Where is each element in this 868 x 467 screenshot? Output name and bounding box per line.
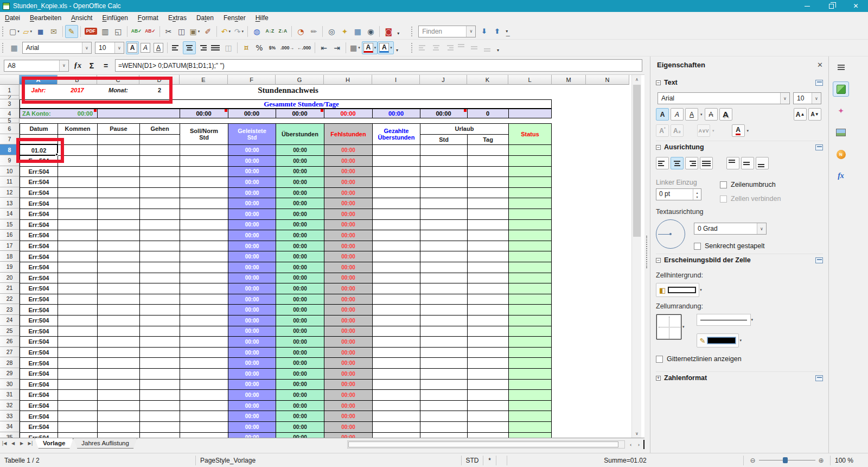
cell[interactable]	[420, 400, 467, 411]
cell[interactable]	[372, 347, 420, 358]
cell[interactable]	[58, 326, 97, 337]
cell[interactable]	[139, 411, 180, 421]
cell-geleistete-row13[interactable]: 00:00	[228, 198, 276, 209]
cell-total-f4[interactable]: 00:00	[228, 109, 276, 118]
column-header-i[interactable]: I	[372, 75, 420, 85]
italic-button[interactable]: A	[139, 41, 152, 54]
find-next-button[interactable]: ⬇	[477, 25, 490, 38]
cell[interactable]	[139, 315, 180, 326]
chevron-down-icon[interactable]: ▾	[700, 112, 703, 117]
decrease-font-size-button[interactable]: A▼	[808, 108, 821, 121]
find-previous-button[interactable]: ⬆	[490, 25, 503, 38]
sidebar-close-button[interactable]: ✕	[817, 61, 823, 69]
new-document-button[interactable]: ▢▾	[8, 25, 21, 38]
cell-datum-row23[interactable]: Err:504	[20, 304, 58, 315]
cell-datum-row9[interactable]: Err:504	[20, 155, 58, 166]
cell[interactable]	[467, 283, 508, 294]
cell-status-row19[interactable]	[508, 262, 552, 273]
cell[interactable]	[97, 273, 139, 283]
find-replace-button[interactable]: ◎	[325, 25, 338, 38]
cell[interactable]	[420, 357, 467, 368]
cell[interactable]	[180, 304, 228, 315]
cell[interactable]	[97, 421, 139, 432]
cell-datum-row30[interactable]: Err:504	[20, 379, 58, 390]
cell-datum-row10[interactable]: Err:504	[20, 166, 58, 177]
cell[interactable]	[467, 315, 508, 326]
cell-geleistete-row22[interactable]: 00:00	[228, 294, 276, 305]
cell[interactable]	[420, 315, 467, 326]
decrease-indent-button[interactable]: ⇤	[317, 41, 330, 54]
cell-fehlstunden-row21[interactable]: 00:00	[324, 283, 372, 294]
cell-fehlstunden-row23[interactable]: 00:00	[324, 304, 372, 315]
cell-ueberstunden-row11[interactable]: 00:00	[276, 176, 324, 187]
sheet-tab-jahres-auflistung[interactable]: Jahres Auflistung	[73, 438, 137, 449]
cell-geleistete-row20[interactable]: 00:00	[228, 273, 276, 283]
cell-datum-row12[interactable]: Err:504	[20, 187, 58, 198]
cell[interactable]	[467, 336, 508, 347]
column-header-m[interactable]: M	[552, 75, 586, 85]
header-gezahlte-ueberstunden[interactable]: GezahlteÜberstunden	[372, 123, 420, 144]
header-kommen[interactable]: Kommen	[58, 123, 97, 134]
fill-handle[interactable]	[55, 153, 58, 156]
cell[interactable]	[467, 411, 508, 421]
sidebar-navigator-icon[interactable]: N	[833, 147, 849, 162]
increase-indent-button[interactable]: ⇥	[330, 41, 343, 54]
cell[interactable]	[420, 198, 467, 209]
sheet-tab-vorlage[interactable]: Vorlage	[35, 438, 73, 449]
cell-status-row33[interactable]	[508, 411, 552, 421]
cell[interactable]	[97, 357, 139, 368]
cell[interactable]	[420, 230, 467, 241]
gallery-button[interactable]: ▦	[351, 25, 364, 38]
cell[interactable]	[97, 294, 139, 305]
cell[interactable]	[139, 400, 180, 411]
cell[interactable]	[180, 155, 228, 166]
cell-datum-row34[interactable]: Err:504	[20, 421, 58, 432]
cell-fehlstunden-row29[interactable]: 00:00	[324, 368, 372, 379]
underline-button[interactable]: A	[152, 41, 165, 54]
cell-ueberstunden-row24[interactable]: 00:00	[276, 315, 324, 326]
cell[interactable]	[180, 176, 228, 187]
navigator-button[interactable]: ✦	[338, 25, 351, 38]
column-header-k[interactable]: K	[467, 75, 508, 85]
cell-geleistete-row32[interactable]: 00:00	[228, 400, 276, 411]
select-all-corner[interactable]	[0, 75, 20, 85]
cell-ueberstunden-row17[interactable]: 00:00	[276, 241, 324, 251]
cell-fehlstunden-row15[interactable]: 00:00	[324, 219, 372, 230]
zoom-level[interactable]: 100 %	[830, 456, 868, 465]
cut-button[interactable]: ✂	[162, 25, 175, 38]
cell[interactable]	[180, 336, 228, 347]
cell-datum-row21[interactable]: Err:504	[20, 283, 58, 294]
cell[interactable]	[372, 230, 420, 241]
sum-display[interactable]: Summe=01.02	[507, 456, 743, 465]
cell-status-row14[interactable]	[508, 209, 552, 219]
cell-datum-row14[interactable]: Err:504	[20, 209, 58, 219]
draw-functions-button[interactable]: ✏	[307, 25, 320, 38]
cell-status-row9[interactable]	[508, 155, 552, 166]
header-status[interactable]: Status	[508, 123, 552, 144]
function-wizard-button[interactable]: ƒx	[71, 59, 85, 72]
cell-datum-row18[interactable]: Err:504	[20, 251, 58, 262]
column-header-a[interactable]: A	[20, 75, 58, 85]
cell[interactable]	[372, 176, 420, 187]
cell-monat-label[interactable]: Monat:	[97, 85, 139, 96]
cell-ueberstunden-row32[interactable]: 00:00	[276, 400, 324, 411]
cell[interactable]	[139, 432, 180, 438]
cell[interactable]	[58, 411, 97, 421]
cell[interactable]	[467, 187, 508, 198]
auto-spellcheck-button[interactable]: AB✓	[143, 25, 157, 38]
cell-ueberstunden-row16[interactable]: 00:00	[276, 230, 324, 241]
sidebar-align-right-button[interactable]	[685, 157, 698, 169]
sidebar-styles-icon[interactable]: ✦	[833, 103, 849, 118]
cell[interactable]	[97, 432, 139, 438]
cell[interactable]	[180, 389, 228, 400]
chevron-down-icon[interactable]: ▾	[747, 129, 749, 133]
cell[interactable]	[467, 368, 508, 379]
cell[interactable]	[372, 294, 420, 305]
cell[interactable]	[180, 326, 228, 337]
cell[interactable]	[97, 347, 139, 358]
cell-fehlstunden-row34[interactable]: 00:00	[324, 421, 372, 432]
cell-ueberstunden-row19[interactable]: 00:00	[276, 262, 324, 273]
cell[interactable]	[58, 315, 97, 326]
chevron-down-icon[interactable]: ∨	[59, 60, 68, 71]
cell[interactable]	[58, 176, 97, 187]
